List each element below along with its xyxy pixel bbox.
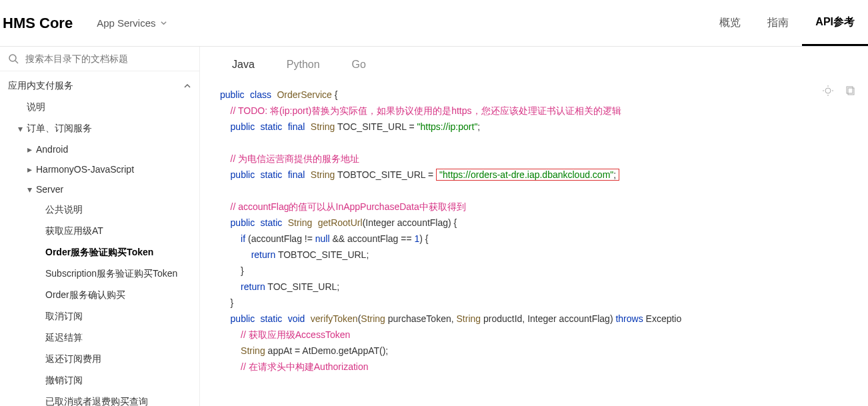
svg-point-2 [825, 88, 831, 93]
sidebar-item[interactable]: ▾Server [0, 179, 199, 199]
sidebar-item[interactable]: 取消订阅 [0, 306, 199, 327]
sidebar-item-label: 取消订阅 [45, 311, 83, 323]
copy-icon[interactable] [845, 85, 856, 99]
sidebar-item-label: 订单、订阅服务 [27, 123, 92, 135]
sidebar-item[interactable]: Order服务确认购买 [0, 285, 199, 306]
header: HMS Core App Services 概览 指南 API参考 [0, 0, 868, 47]
brand-logo: HMS Core [3, 15, 73, 32]
sidebar-root[interactable]: 应用内支付服务 [0, 75, 199, 97]
sidebar-item[interactable]: ▸HarmonyOS-JavaScript [0, 159, 199, 179]
sidebar: 应用内支付服务 说明▾订单、订阅服务▸Android▸HarmonyOS-Jav… [0, 47, 200, 406]
tab-api-reference[interactable]: API参考 [802, 0, 868, 46]
sidebar-item-label: 公共说明 [45, 204, 83, 216]
tab-guide[interactable]: 指南 [754, 0, 802, 46]
sidebar-item-label: 返还订阅费用 [45, 353, 101, 365]
svg-point-0 [9, 55, 16, 61]
sidebar-item[interactable]: 获取应用级AT [0, 221, 199, 242]
sidebar-item[interactable]: 返还订阅费用 [0, 349, 199, 370]
code-tab-java[interactable]: Java [232, 59, 255, 71]
caret-icon: ▸ [25, 144, 33, 155]
sidebar-item-label: Subscription服务验证购买Token [45, 268, 177, 280]
sidebar-item-label: 延迟结算 [45, 332, 83, 344]
sidebar-item[interactable]: ▸Android [0, 139, 199, 159]
sidebar-item[interactable]: 已取消或者退费购买查询 [0, 391, 199, 406]
sidebar-item-label: HarmonyOS-JavaScript [36, 164, 134, 175]
code-toolbar [823, 85, 856, 99]
sidebar-item[interactable]: 说明 [0, 97, 199, 118]
sidebar-list: 应用内支付服务 说明▾订单、订阅服务▸Android▸HarmonyOS-Jav… [0, 71, 199, 406]
code-block: public class OrderService { // TODO: 将(i… [200, 80, 868, 375]
highlighted-url: "https://orders-at-dre.iap.dbankcloud.co… [436, 169, 619, 181]
sidebar-item-label: 获取应用级AT [45, 225, 103, 237]
code-lang-tabs: Java Python Go [200, 47, 868, 80]
svg-line-1 [15, 61, 18, 63]
code-tab-go[interactable]: Go [352, 59, 366, 71]
theme-toggle-icon[interactable] [823, 85, 833, 99]
sidebar-item-label: 撤销订阅 [45, 375, 83, 387]
sidebar-item-label: Order服务确认购买 [45, 289, 125, 301]
nav-tabs: 概览 指南 API参考 [706, 0, 868, 46]
sidebar-item[interactable]: Subscription服务验证购买Token [0, 263, 199, 285]
sidebar-item-label: Android [36, 144, 68, 155]
caret-icon: ▾ [16, 123, 24, 134]
sidebar-item[interactable]: ▾订单、订阅服务 [0, 118, 199, 139]
sidebar-item-label: Server [36, 184, 63, 195]
caret-icon: ▸ [25, 164, 33, 175]
sidebar-item[interactable]: 延迟结算 [0, 327, 199, 349]
sidebar-item-label: Order服务验证购买Token [45, 247, 153, 259]
search-row [0, 47, 199, 71]
sidebar-item[interactable]: Order服务验证购买Token [0, 242, 199, 263]
sidebar-item[interactable]: 公共说明 [0, 199, 199, 221]
sidebar-item-label: 说明 [27, 101, 45, 113]
sidebar-item-label: 已取消或者退费购买查询 [45, 396, 148, 406]
chevron-up-icon [183, 82, 191, 90]
content-area: Java Python Go public class OrderService… [200, 47, 868, 406]
tab-overview[interactable]: 概览 [706, 0, 754, 46]
search-input[interactable] [25, 53, 191, 64]
app-services-dropdown[interactable]: App Services [97, 17, 167, 29]
code-tab-python[interactable]: Python [287, 59, 320, 71]
dropdown-label: App Services [97, 17, 155, 29]
sidebar-item[interactable]: 撤销订阅 [0, 370, 199, 391]
caret-icon: ▾ [25, 184, 33, 195]
chevron-down-icon [160, 19, 167, 27]
search-icon [8, 53, 19, 64]
sidebar-root-label: 应用内支付服务 [8, 80, 73, 92]
